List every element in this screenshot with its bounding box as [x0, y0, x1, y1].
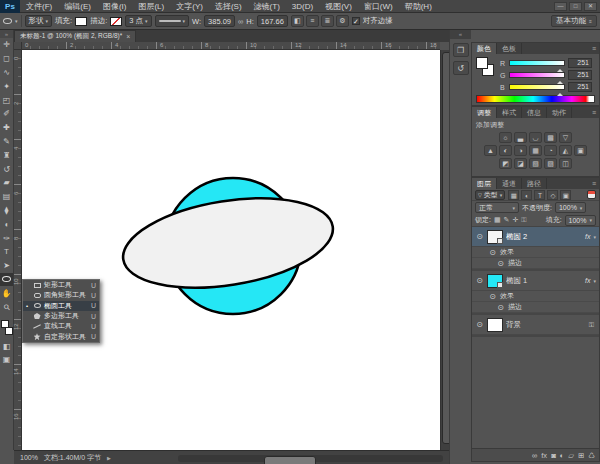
quick-selection-tool[interactable]: ✦ — [0, 79, 13, 93]
quick-mask-button[interactable]: ◧ — [0, 340, 13, 353]
adjustment-icon[interactable]: ▧ — [529, 158, 542, 169]
background-color-swatch[interactable] — [5, 327, 13, 335]
menu-item[interactable]: 视图(V) — [319, 1, 358, 12]
adjustment-icon[interactable]: ◡ — [529, 132, 542, 143]
stroke-style-dropdown[interactable]: ▾ — [155, 15, 190, 27]
filter-shape-icon[interactable]: ◇ — [547, 190, 558, 200]
link-layers-icon[interactable]: ∞ — [532, 451, 537, 460]
menu-item[interactable]: 图像(I) — [97, 1, 133, 12]
layer-effect-row[interactable]: ⊙描边 — [472, 258, 599, 269]
filter-toggle-icon[interactable] — [587, 190, 596, 199]
status-arrow-icon[interactable]: ▶ — [107, 455, 111, 461]
path-operations-icon[interactable]: ◧ — [291, 15, 304, 27]
menu-item[interactable]: 3D(D) — [286, 2, 319, 11]
filter-adjustment-icon[interactable]: ◐ — [521, 190, 532, 200]
fx-collapse-icon[interactable]: ▾ — [593, 278, 596, 284]
shape-settings-gear-icon[interactable]: ⚙ — [336, 15, 349, 27]
eyedropper-tool[interactable]: ✐ — [0, 107, 13, 121]
adjustment-icon[interactable]: ◑ — [514, 145, 527, 156]
color-panel-menu-icon[interactable]: ≡ — [589, 43, 599, 54]
channel-slider[interactable] — [509, 84, 565, 90]
layers-tab[interactable]: 图层 — [472, 178, 497, 189]
new-group-icon[interactable]: ▱ — [568, 451, 574, 460]
maximize-button[interactable]: □ — [569, 2, 582, 11]
clone-stamp-tool[interactable]: ♜ — [0, 148, 13, 162]
menu-item[interactable]: 窗口(W) — [358, 1, 399, 12]
layers-tab[interactable]: 通道 — [497, 178, 522, 189]
panel-foreground-swatch[interactable] — [476, 57, 488, 69]
add-layer-mask-icon[interactable]: ◙ — [551, 451, 556, 460]
close-button[interactable]: ✕ — [584, 2, 597, 11]
layer-thumbnail[interactable] — [487, 274, 503, 288]
link-dimensions-icon[interactable]: ∞ — [238, 17, 243, 26]
custom-shape-tool-menu-item[interactable]: 自定形状工具U — [23, 331, 99, 341]
channel-value-field[interactable]: 251 — [568, 70, 592, 80]
filter-type-icon[interactable]: T — [534, 190, 545, 200]
lock-pixels-icon[interactable]: ✎ — [504, 216, 510, 224]
minimize-button[interactable]: — — [554, 2, 567, 11]
layer-thumbnail[interactable] — [487, 230, 503, 244]
tool-preset-caret-icon[interactable]: ▾ — [15, 18, 18, 24]
channel-value-field[interactable]: 251 — [568, 58, 592, 68]
path-selection-tool[interactable]: ➤ — [0, 259, 13, 273]
document-close-icon[interactable]: × — [126, 33, 130, 40]
ellipse-tool-menu-item[interactable]: •椭圆工具U — [23, 301, 99, 311]
visibility-eye-icon[interactable]: ⊙ — [488, 292, 497, 301]
ruler-origin-corner[interactable] — [14, 42, 22, 50]
screen-mode-button[interactable]: ▣ — [0, 353, 13, 366]
fx-collapse-icon[interactable]: ▾ — [593, 234, 596, 240]
workspace-switcher[interactable]: 基本功能≡ — [551, 15, 597, 27]
menu-item[interactable]: 编辑(E) — [58, 1, 97, 12]
filter-type-dropdown[interactable]: ▽类型▾ — [475, 190, 505, 200]
opacity-field[interactable]: 100%▾ — [555, 202, 586, 213]
history-panel-icon[interactable]: ↺ — [453, 61, 469, 75]
adjustment-icon[interactable]: ☼ — [499, 132, 512, 143]
menu-item[interactable]: 图层(L) — [132, 1, 170, 12]
line-tool-menu-item[interactable]: 直线工具U — [23, 321, 99, 331]
menu-item[interactable]: 文字(Y) — [170, 1, 209, 12]
adjustments-tab[interactable]: 样式 — [497, 107, 522, 118]
adjustment-icon[interactable]: ▣ — [574, 145, 587, 156]
document-canvas[interactable] — [22, 50, 440, 450]
stroke-width-field[interactable]: 3 点▾ — [125, 15, 151, 27]
visibility-eye-icon[interactable]: ⊙ — [496, 303, 505, 312]
color-spectrum-ramp[interactable] — [476, 95, 595, 103]
zoom-tool[interactable]: ⚲ — [0, 300, 13, 314]
fill-swatch[interactable] — [75, 17, 87, 26]
shape-width-field[interactable]: 385.09 — [204, 15, 235, 27]
ellipse-tool[interactable] — [0, 273, 13, 287]
blend-mode-dropdown[interactable]: 正常▾ — [475, 202, 519, 213]
current-tool-icon[interactable] — [3, 18, 12, 24]
adjustment-icon[interactable]: ▽ — [559, 132, 572, 143]
filter-pixel-icon[interactable]: ▦ — [508, 190, 519, 200]
vertical-ruler[interactable]: 0246810121416 — [14, 50, 22, 450]
menu-item[interactable]: 滤镜(T) — [248, 1, 286, 12]
color-tab[interactable]: 色板 — [497, 43, 522, 54]
horizontal-ruler[interactable]: 024681012141618 — [22, 42, 440, 50]
adjustment-icon[interactable]: ▩ — [544, 132, 557, 143]
visibility-eye-icon[interactable]: ⊙ — [475, 276, 484, 285]
layer-fx-icon[interactable]: fx — [585, 277, 590, 284]
channel-slider[interactable] — [509, 60, 565, 66]
adjustment-icon[interactable]: ◐ — [499, 145, 512, 156]
brush-tool[interactable]: ✎ — [0, 135, 13, 149]
rectangular-marquee-tool[interactable]: ◻ — [0, 52, 13, 66]
dock-expand-icon[interactable]: « — [450, 30, 471, 39]
channel-slider[interactable] — [509, 72, 565, 78]
adjustments-tab[interactable]: 信息 — [522, 107, 547, 118]
horizontal-scrollbar-thumb[interactable] — [264, 456, 316, 464]
move-tool[interactable]: ✛ — [0, 38, 13, 52]
pen-tool[interactable]: ✑ — [0, 231, 13, 245]
layer-effect-row[interactable]: ⊙描边 — [472, 302, 599, 313]
layer-row[interactable]: ⊙椭圆 1fx▾ — [472, 271, 599, 291]
visibility-eye-icon[interactable]: ⊙ — [475, 320, 484, 329]
horizontal-scrollbar[interactable] — [178, 455, 443, 462]
visibility-eye-icon[interactable]: ⊙ — [496, 259, 505, 268]
delete-layer-icon[interactable]: ♺ — [588, 451, 595, 460]
new-layer-icon[interactable]: ⊞ — [578, 451, 584, 460]
properties-panel-icon[interactable]: ❐ — [453, 43, 469, 57]
adjustment-icon[interactable]: ◫ — [559, 158, 572, 169]
tool-mode-dropdown[interactable]: 形状▾ — [25, 15, 53, 27]
stroke-swatch[interactable] — [110, 17, 122, 26]
eraser-tool[interactable]: ▰ — [0, 176, 13, 190]
